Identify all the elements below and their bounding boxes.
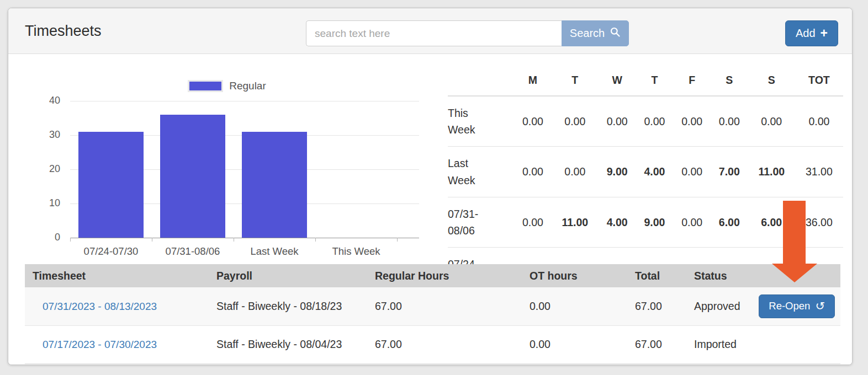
week-summary-cell: 0.00 (514, 147, 552, 197)
timesheet-cell-status: Imported (686, 325, 747, 363)
day-column-header: T (636, 69, 674, 96)
week-summary-row-label-text: 07/31-08/06 (448, 206, 497, 239)
week-summary-corner (448, 69, 514, 96)
week-summary-cell: 6.00 (711, 197, 748, 247)
timesheet-cell-payroll: Staff - Biweekly - 08/18/23 (209, 287, 367, 325)
timesheet-cell-regular_hours: 67.00 (367, 287, 522, 325)
bar-07/31-08/06 (160, 115, 225, 238)
bar-07/24-07/30 (78, 132, 144, 238)
x-axis-labels: 07/24-07/3007/31-08/06Last WeekThis Week (70, 245, 397, 258)
timesheet-cell-action: Re-Open↺ (747, 287, 840, 325)
week-summary-row-label: Last Week (448, 147, 514, 197)
column-header: OT hours (522, 264, 627, 287)
bar-Last Week (242, 132, 307, 238)
column-header: Regular Hours (367, 264, 522, 287)
week-summary-row-label: 07/31-08/06 (448, 197, 514, 247)
reopen-button-label: Re-Open (769, 300, 810, 312)
day-column-header: F (673, 69, 711, 96)
week-summary-row-label: This Week (448, 96, 514, 147)
timesheet-row: 07/17/2023 - 07/30/2023Staff - Biweekly … (25, 325, 840, 363)
timesheet-cell-ot_hours: 0.00 (522, 325, 627, 363)
undo-icon: ↺ (815, 301, 825, 312)
week-summary-cell: 9.00 (599, 147, 636, 197)
plus-icon: + (821, 27, 828, 40)
week-summary-cell: 11.00 (552, 197, 599, 247)
week-summary-cell: 0.00 (514, 96, 552, 147)
annotation-arrow-shaft (783, 201, 806, 264)
week-summary-cell: 11.00 (748, 147, 795, 197)
y-axis-label: 20 (17, 163, 60, 175)
week-summary-cell: 0.00 (599, 96, 636, 147)
timesheet-list: TimesheetPayrollRegular HoursOT hoursTot… (25, 264, 840, 364)
timesheet-cell-total: 67.00 (627, 325, 686, 363)
search-button[interactable]: Search (562, 20, 629, 46)
annotation-arrow-head (772, 264, 817, 282)
week-summary-row-label-text: This Week (448, 105, 497, 138)
axis-tick (70, 238, 71, 242)
week-summary-cell: 0.00 (673, 96, 711, 147)
day-column-header: S (711, 69, 748, 96)
column-header: Total (627, 264, 686, 287)
timesheet-cell-timesheet: 07/31/2023 - 08/13/2023 (25, 287, 209, 325)
search-group: Search (306, 20, 629, 46)
week-summary-cell: 0.00 (636, 96, 674, 147)
y-axis-label: 40 (17, 95, 60, 106)
day-column-header: T (552, 69, 599, 96)
y-axis-label: 30 (17, 129, 60, 141)
week-summary-cell: 0.00 (514, 197, 552, 247)
timesheet-cell-payroll: Staff - Biweekly - 08/04/23 (209, 325, 367, 363)
timesheet-link[interactable]: 07/17/2023 - 07/30/2023 (43, 339, 157, 350)
timesheet-cell-regular_hours: 67.00 (367, 325, 522, 363)
plot-wrap: 07/24-07/3007/31-08/06Last WeekThis Week… (17, 101, 437, 277)
page: Timesheets Search Add + Regular (0, 0, 868, 375)
panel-content: Regular 07/24-07/3007/31-08/06Last WeekT… (8, 54, 852, 365)
timesheet-cell-ot_hours: 0.00 (522, 287, 627, 325)
axis-tick (234, 238, 234, 242)
search-icon (610, 26, 621, 40)
axis-tick (152, 238, 152, 242)
week-summary-header-row: MTWTFSSTOT (448, 69, 843, 96)
gridline (70, 238, 419, 238)
legend-swatch (188, 80, 223, 92)
day-column-header: W (599, 69, 636, 96)
x-axis-label: Last Week (234, 245, 315, 258)
week-summary-cell: 0.00 (552, 96, 599, 147)
timesheet-cell-timesheet: 07/17/2023 - 07/30/2023 (25, 325, 209, 363)
week-summary-cell: 0.00 (673, 197, 711, 247)
week-summary-row: Last Week0.000.009.004.000.007.0011.0031… (448, 147, 843, 197)
chart-legend: Regular (17, 79, 437, 93)
timesheet-row: 07/31/2023 - 08/13/2023Staff - Biweekly … (25, 287, 840, 325)
gridline (70, 101, 419, 101)
week-summary-cell: 0.00 (795, 96, 843, 147)
week-summary-cell: 9.00 (636, 197, 674, 247)
column-header: Timesheet (25, 264, 209, 287)
x-axis-label: This Week (315, 245, 397, 258)
search-input[interactable] (306, 20, 562, 46)
panel-header: Timesheets Search Add + (8, 8, 852, 54)
add-button-label: Add (796, 27, 816, 40)
bar-plot (70, 101, 419, 238)
week-summary-row: This Week0.000.000.000.000.000.000.000.0… (448, 96, 843, 147)
day-column-header: M (514, 69, 552, 96)
week-summary-cell: 0.00 (673, 147, 711, 197)
timesheet-table-body: 07/31/2023 - 08/13/2023Staff - Biweekly … (25, 287, 840, 363)
week-summary-cell: 4.00 (636, 147, 674, 197)
search-button-label: Search (570, 27, 605, 40)
timesheet-link[interactable]: 07/31/2023 - 08/13/2023 (43, 301, 157, 312)
column-header: Payroll (209, 264, 367, 287)
week-summary-row-label-text: Last Week (448, 155, 497, 188)
reopen-button[interactable]: Re-Open↺ (759, 294, 835, 318)
hours-bar-chart: Regular 07/24-07/3007/31-08/06Last WeekT… (17, 79, 437, 277)
x-axis-label: 07/31-08/06 (152, 245, 234, 258)
timesheet-table-header-row: TimesheetPayrollRegular HoursOT hoursTot… (25, 264, 840, 287)
week-summary-cell: 7.00 (711, 147, 748, 197)
day-column-header: TOT (795, 69, 843, 96)
y-axis-label: 0 (17, 232, 60, 243)
legend-label: Regular (229, 80, 266, 92)
timesheet-cell-status: Approved (686, 287, 747, 325)
day-column-header: S (748, 69, 795, 96)
week-summary-cell: 0.00 (748, 96, 795, 147)
axis-tick (397, 238, 398, 242)
timesheets-panel: Timesheets Search Add + Regular (8, 8, 853, 365)
add-button[interactable]: Add + (785, 20, 838, 46)
